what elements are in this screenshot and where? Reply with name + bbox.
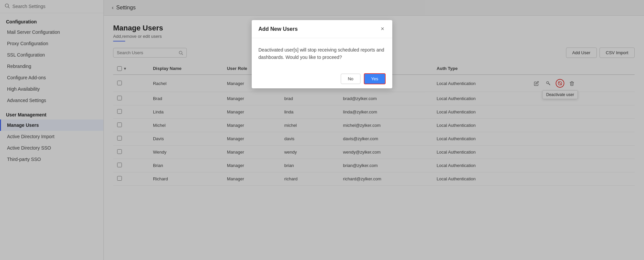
modal-body-text: Deactivated user[s] will stop receiving …	[258, 47, 384, 60]
modal-no-button[interactable]: No	[341, 74, 360, 84]
modal-close-button[interactable]: ×	[379, 25, 386, 32]
modal-body: Deactivated user[s] will stop receiving …	[252, 38, 392, 69]
modal-header: Add New Users ×	[252, 20, 392, 38]
modal-footer: No Yes	[252, 69, 392, 88]
modal-overlay[interactable]: Add New Users × Deactivated user[s] will…	[0, 0, 644, 260]
modal-title: Add New Users	[258, 26, 298, 32]
deactivate-modal: Add New Users × Deactivated user[s] will…	[252, 20, 392, 88]
modal-yes-button[interactable]: Yes	[364, 73, 386, 84]
